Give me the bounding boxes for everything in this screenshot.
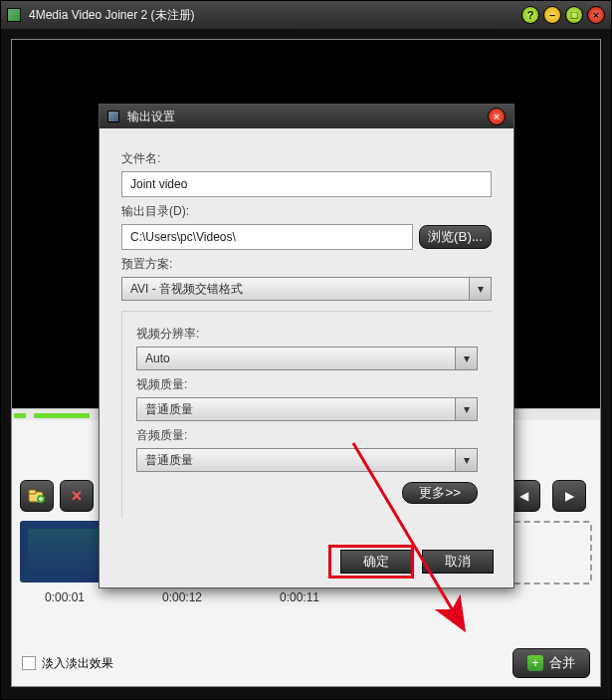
clip-duration: 0:00:12 <box>162 590 202 604</box>
preset-label: 预置方案: <box>121 256 492 273</box>
timeline-segment[interactable] <box>34 413 90 418</box>
minimize-button[interactable]: – <box>543 6 561 24</box>
output-settings-dialog: 输出设置 × 文件名: 输出目录(D): 浏览(B)... 预置方案: AVI … <box>99 104 514 588</box>
app-icon <box>7 8 21 22</box>
clip-thumbnail[interactable] <box>20 521 109 583</box>
dialog-footer: 确定 取消 <box>340 550 494 574</box>
clip-item[interactable]: 0:00:01 <box>20 521 109 620</box>
close-button[interactable]: × <box>587 6 605 24</box>
video-quality-label: 视频质量: <box>136 376 478 393</box>
merge-label: 合并 <box>549 654 575 672</box>
outdir-input[interactable] <box>121 224 413 250</box>
resolution-value: Auto <box>145 351 170 365</box>
clip-duration: 0:00:11 <box>280 590 319 604</box>
video-quality-select[interactable]: 普通质量 ▾ <box>136 397 478 421</box>
folder-plus-icon <box>28 488 46 504</box>
svg-rect-1 <box>29 490 36 494</box>
timeline-segment[interactable] <box>14 413 26 418</box>
help-button[interactable]: ? <box>521 6 539 24</box>
app-titlebar[interactable]: 4Media Video Joiner 2 (未注册) ? – □ × <box>1 1 611 29</box>
browse-button[interactable]: 浏览(B)... <box>419 225 492 249</box>
fade-checkbox[interactable] <box>22 656 36 670</box>
chevron-down-icon: ▾ <box>469 278 491 300</box>
dialog-icon <box>107 111 119 122</box>
clip-duration: 0:00:01 <box>45 590 85 604</box>
triangle-right-icon: ▶ <box>565 489 574 503</box>
dialog-body: 文件名: 输出目录(D): 浏览(B)... 预置方案: AVI - 音视频交错… <box>100 128 513 587</box>
chevron-down-icon: ▾ <box>455 449 477 471</box>
triangle-left-icon: ◀ <box>519 489 528 503</box>
encoding-panel: 视频分辨率: Auto ▾ 视频质量: 普通质量 ▾ 音频质量: 普通质量 ▾ … <box>121 311 492 518</box>
delete-clip-button[interactable]: × <box>60 480 94 512</box>
chevron-down-icon: ▾ <box>455 398 477 420</box>
maximize-button[interactable]: □ <box>565 6 583 24</box>
filename-input[interactable] <box>121 171 492 197</box>
close-icon: × <box>494 111 500 122</box>
video-quality-value: 普通质量 <box>145 401 193 418</box>
dialog-titlebar[interactable]: 输出设置 × <box>100 105 513 128</box>
resolution-select[interactable]: Auto ▾ <box>136 347 478 370</box>
resolution-label: 视频分辨率: <box>136 326 478 343</box>
app-title: 4Media Video Joiner 2 (未注册) <box>29 7 195 24</box>
dialog-title: 输出设置 <box>127 109 175 125</box>
window-controls: ? – □ × <box>521 6 605 24</box>
ok-button[interactable]: 确定 <box>340 550 412 574</box>
preset-value: AVI - 音视频交错格式 <box>130 281 243 298</box>
delete-x-icon: × <box>72 486 83 507</box>
fade-label: 淡入淡出效果 <box>42 655 113 672</box>
more-button[interactable]: 更多>> <box>402 482 478 504</box>
preset-select[interactable]: AVI - 音视频交错格式 ▾ <box>121 277 492 301</box>
next-clip-button[interactable]: ▶ <box>552 480 586 512</box>
chevron-down-icon: ▾ <box>455 348 477 369</box>
audio-quality-value: 普通质量 <box>145 452 193 469</box>
footer-row: 淡入淡出效果 + 合并 <box>22 646 590 680</box>
plus-circle-icon: + <box>527 655 543 671</box>
outdir-label: 输出目录(D): <box>121 203 492 220</box>
merge-button[interactable]: + 合并 <box>512 648 590 678</box>
audio-quality-select[interactable]: 普通质量 ▾ <box>136 448 478 472</box>
cancel-button[interactable]: 取消 <box>422 550 494 574</box>
dialog-close-button[interactable]: × <box>488 108 506 125</box>
filename-label: 文件名: <box>121 150 492 167</box>
add-clip-button[interactable] <box>20 480 54 512</box>
app-window: 4Media Video Joiner 2 (未注册) ? – □ × × ◀ … <box>0 0 612 700</box>
audio-quality-label: 音频质量: <box>136 427 478 444</box>
